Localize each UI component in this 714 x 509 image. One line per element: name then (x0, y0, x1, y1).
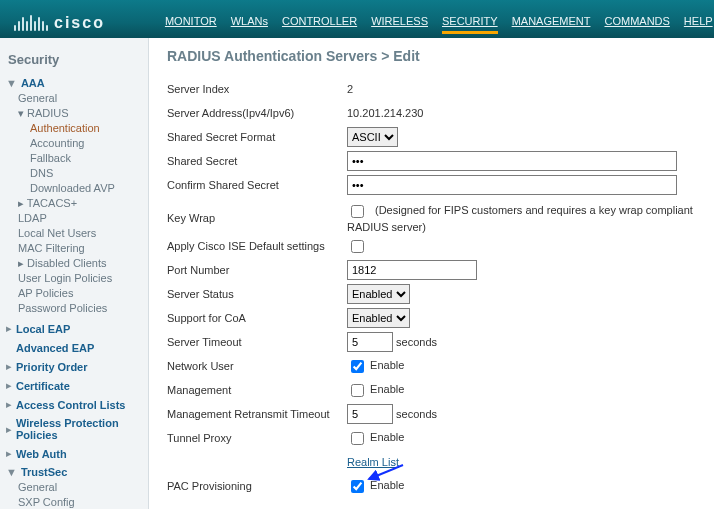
expand-icon: ▸ (18, 197, 27, 209)
logo-bars-icon (14, 15, 48, 31)
realm-list-link[interactable]: Realm List (347, 456, 399, 468)
label-tunnel: Tunnel Proxy (167, 432, 347, 444)
main-nav: MONITOR WLANs CONTROLLER WIRELESS SECURI… (165, 15, 714, 38)
key-wrap-hint: (Designed for FIPS customers and require… (347, 204, 693, 233)
label-server-addr: Server Address(Ipv4/Ipv6) (167, 107, 347, 119)
expand-icon: ▸ (6, 360, 12, 373)
mgmt-retrans-input[interactable] (347, 404, 393, 424)
nav-commands[interactable]: COMMANDS (604, 15, 669, 34)
sidebar-item-downloaded-avp[interactable]: Downloaded AVP (6, 181, 142, 196)
label-pac-prov: PAC Provisioning (167, 480, 347, 492)
mgmt-text: Enable (370, 383, 404, 395)
nav-management[interactable]: MANAGEMENT (512, 15, 591, 34)
sidebar-item-user-login-policies[interactable]: User Login Policies (6, 271, 142, 286)
sidebar-item-disabled-clients[interactable]: ▸ Disabled Clients (6, 256, 142, 271)
expand-icon: ▸ (6, 447, 12, 460)
label-server-index: Server Index (167, 83, 347, 95)
expand-icon: ▸ (6, 379, 12, 392)
expand-icon: ▸ (6, 398, 12, 411)
breadcrumb: RADIUS Authentication Servers > Edit (167, 48, 696, 64)
label-coa: Support for CoA (167, 312, 347, 324)
expand-icon: ▸ (6, 423, 12, 436)
sidebar-item-radius[interactable]: ▾ RADIUS (6, 106, 142, 121)
ise-default-checkbox[interactable] (351, 240, 364, 253)
topbar: cisco MONITOR WLANs CONTROLLER WIRELESS … (0, 0, 714, 38)
sidebar-title: Security (8, 52, 142, 67)
nav-monitor[interactable]: MONITOR (165, 15, 217, 34)
sidebar-item-wpp[interactable]: ▸Wireless Protection Policies (6, 417, 142, 441)
nav-wireless[interactable]: WIRELESS (371, 15, 428, 34)
expand-icon: ▸ (18, 257, 27, 269)
sidebar-item-accounting[interactable]: Accounting (6, 136, 142, 151)
port-input[interactable] (347, 260, 477, 280)
secret-format-select[interactable]: ASCII (347, 127, 398, 147)
sidebar-item-tacacs[interactable]: ▸ TACACS+ (6, 196, 142, 211)
sidebar-item-advanced-eap[interactable]: ▸Advanced EAP (6, 341, 142, 354)
sidebar-item-trustsec[interactable]: ▼TrustSec (6, 466, 142, 478)
sidebar-item-priority-order[interactable]: ▸Priority Order (6, 360, 142, 373)
sidebar-item-password-policies[interactable]: Password Policies (6, 301, 142, 316)
value-server-addr: 10.201.214.230 (347, 107, 696, 119)
label-ise-default: Apply Cisco ISE Default settings (167, 240, 347, 252)
sidebar-item-authentication[interactable]: Authentication (6, 121, 142, 136)
label-status: Server Status (167, 288, 347, 300)
collapse-icon: ▼ (6, 466, 17, 478)
label-secret-confirm: Confirm Shared Secret (167, 179, 347, 191)
sidebar-item-general[interactable]: General (6, 91, 142, 106)
collapse-icon: ▾ (18, 107, 27, 119)
sidebar-item-local-eap[interactable]: ▸Local EAP (6, 322, 142, 335)
nav-help[interactable]: HELP (684, 15, 713, 34)
label-timeout: Server Timeout (167, 336, 347, 348)
timeout-input[interactable] (347, 332, 393, 352)
nav-controller[interactable]: CONTROLLER (282, 15, 357, 34)
label-netuser: Network User (167, 360, 347, 372)
sidebar-item-ts-sxp[interactable]: SXP Config (6, 495, 142, 509)
key-wrap-checkbox[interactable] (351, 205, 364, 218)
tunnel-text: Enable (370, 431, 404, 443)
label-secret: Shared Secret (167, 155, 347, 167)
netuser-text: Enable (370, 359, 404, 371)
sidebar: Security ▼AAA General ▾ RADIUS Authentic… (0, 38, 149, 509)
pac-prov-checkbox[interactable] (351, 480, 364, 493)
label-port: Port Number (167, 264, 347, 276)
collapse-icon: ▼ (6, 77, 17, 89)
logo: cisco (14, 14, 105, 38)
sidebar-item-fallback[interactable]: Fallback (6, 151, 142, 166)
sidebar-item-ap-policies[interactable]: AP Policies (6, 286, 142, 301)
nav-security[interactable]: SECURITY (442, 15, 498, 34)
label-secret-format: Shared Secret Format (167, 131, 347, 143)
timeout-suffix: seconds (396, 336, 437, 348)
nav-wlans[interactable]: WLANs (231, 15, 268, 34)
pac-prov-text: Enable (370, 479, 404, 491)
label-mgmt-retrans: Management Retransmit Timeout (167, 408, 347, 420)
value-server-index: 2 (347, 83, 696, 95)
sidebar-item-certificate[interactable]: ▸Certificate (6, 379, 142, 392)
sidebar-item-mac-filtering[interactable]: MAC Filtering (6, 241, 142, 256)
mgmt-retrans-suffix: seconds (396, 408, 437, 420)
mgmt-checkbox[interactable] (351, 384, 364, 397)
status-select[interactable]: Enabled (347, 284, 410, 304)
tunnel-checkbox[interactable] (351, 432, 364, 445)
content: RADIUS Authentication Servers > Edit Ser… (149, 38, 714, 509)
netuser-checkbox[interactable] (351, 360, 364, 373)
sidebar-item-ldap[interactable]: LDAP (6, 211, 142, 226)
brand-text: cisco (54, 14, 105, 32)
shared-secret-input[interactable] (347, 151, 677, 171)
confirm-secret-input[interactable] (347, 175, 677, 195)
sidebar-item-ts-general[interactable]: General (6, 480, 142, 495)
sidebar-item-web-auth[interactable]: ▸Web Auth (6, 447, 142, 460)
label-mgmt: Management (167, 384, 347, 396)
sidebar-item-local-net-users[interactable]: Local Net Users (6, 226, 142, 241)
sidebar-item-aaa[interactable]: ▼AAA (6, 77, 142, 89)
coa-select[interactable]: Enabled (347, 308, 410, 328)
expand-icon: ▸ (6, 322, 12, 335)
sidebar-item-dns[interactable]: DNS (6, 166, 142, 181)
label-key-wrap: Key Wrap (167, 212, 347, 224)
sidebar-item-acl[interactable]: ▸Access Control Lists (6, 398, 142, 411)
